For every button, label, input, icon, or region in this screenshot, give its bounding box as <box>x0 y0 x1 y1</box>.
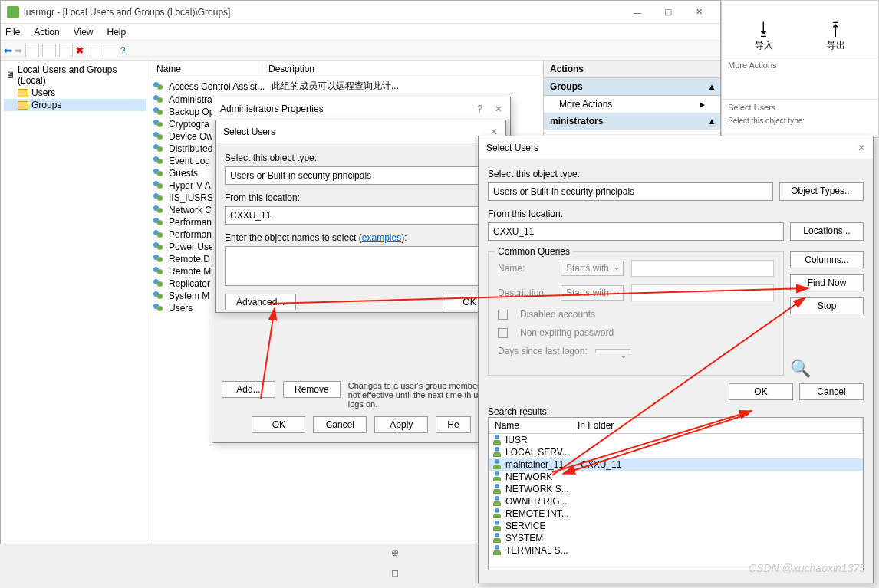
user-icon <box>492 484 502 494</box>
result-row[interactable]: OWNER RIG... <box>489 495 863 508</box>
desc-filter-input[interactable] <box>631 284 774 301</box>
location-label: From this location: <box>488 209 864 219</box>
folder-icon <box>18 101 28 110</box>
group-icon <box>153 131 166 142</box>
tree-groups[interactable]: Groups <box>4 99 146 111</box>
object-types-button[interactable]: Object Types... <box>779 182 864 201</box>
locations-button[interactable]: Locations... <box>790 222 864 241</box>
maximize-button[interactable]: ▢ <box>653 4 683 21</box>
group-icon <box>153 278 166 289</box>
col-desc[interactable]: Description <box>262 64 543 74</box>
result-row[interactable]: TERMINAL S... <box>489 544 863 557</box>
select-users-dialog-1: Select Users ✕ Select this object type: … <box>215 120 506 313</box>
result-row[interactable]: SERVICE <box>489 520 863 532</box>
toolbar-btn-2[interactable] <box>42 44 56 57</box>
days-combo[interactable] <box>595 349 630 353</box>
desc-filter-combo[interactable]: Starts with <box>561 285 624 301</box>
ok-button[interactable]: OK <box>252 416 305 433</box>
columns-button[interactable]: Columns... <box>790 251 864 268</box>
disabled-checkbox[interactable] <box>498 310 508 320</box>
find-now-button[interactable]: Find Now <box>790 274 864 291</box>
minimize-button[interactable]: — <box>622 4 653 21</box>
result-row[interactable]: maintainer_11CXXU_11 <box>489 458 863 471</box>
result-row[interactable]: IUSR <box>489 434 863 446</box>
group-icon <box>153 81 166 92</box>
user-icon <box>492 533 502 544</box>
col-name[interactable]: Name <box>150 64 262 74</box>
apply-button[interactable]: Apply <box>374 416 428 433</box>
menu-view[interactable]: View <box>74 27 94 38</box>
help-icon[interactable]: ? <box>477 103 482 114</box>
result-row[interactable]: REMOTE INT... <box>489 508 863 520</box>
bg-select-type: Select this object type: <box>722 115 878 126</box>
menu-file[interactable]: File <box>5 27 20 38</box>
actions-administrators[interactable]: ministrators▴ <box>544 113 720 130</box>
group-icon <box>153 229 166 240</box>
cancel-button[interactable]: Cancel <box>799 383 864 400</box>
desc-filter-label: Description: <box>498 287 553 298</box>
toolbar-btn-4[interactable] <box>87 44 100 57</box>
dialog-title: Select Users <box>486 143 858 153</box>
actions-groups[interactable]: Groups▴ <box>544 78 720 96</box>
window-title: lusrmgr - [Local Users and Groups (Local… <box>24 7 622 18</box>
advanced-button[interactable]: Advanced... <box>225 294 296 310</box>
disabled-label: Disabled accounts <box>520 309 595 320</box>
help-button[interactable]: He <box>436 416 470 433</box>
result-row[interactable]: NETWORK S... <box>489 483 863 495</box>
bg-more-actions[interactable]: More Actions <box>722 57 878 73</box>
actions-more[interactable]: More Actions▸ <box>544 96 720 113</box>
search-icon <box>790 359 816 376</box>
close-icon[interactable]: ✕ <box>858 143 865 153</box>
menubar: File Action View Help <box>1 24 720 41</box>
close-button[interactable]: ✕ <box>683 4 714 21</box>
group-icon <box>153 205 166 215</box>
stop-button[interactable]: Stop <box>790 297 864 314</box>
enter-names-label: Enter the object names to select (exampl… <box>225 232 496 243</box>
result-row[interactable]: NETWORK <box>489 471 863 483</box>
tree-users[interactable]: Users <box>4 87 146 99</box>
tree-root[interactable]: 🖥 Local Users and Groups (Local) <box>4 64 146 87</box>
nonexpiring-checkbox[interactable] <box>498 328 508 338</box>
import-icon[interactable]: ⭳ <box>755 19 773 39</box>
computer-icon: 🖥 <box>5 70 15 80</box>
export-icon[interactable]: ⭱ <box>827 19 845 39</box>
toolbar-btn-5[interactable] <box>104 44 117 57</box>
result-row[interactable]: LOCAL SERV... <box>489 446 863 458</box>
group-row[interactable]: Access Control Assist...此组的成员可以远程查询此计... <box>150 79 543 94</box>
help-icon[interactable]: ? <box>120 45 126 56</box>
close-icon[interactable]: ✕ <box>495 103 502 114</box>
name-filter-label: Name: <box>498 263 553 274</box>
name-filter-combo[interactable]: Starts with <box>561 261 624 276</box>
bg-select-users: Select Users <box>722 99 878 115</box>
object-type-field: Users or Built-in security principals <box>225 166 496 185</box>
remove-button[interactable]: Remove <box>283 381 341 398</box>
back-button[interactable]: ⬅ <box>4 45 12 56</box>
actions-header: Actions <box>544 61 720 78</box>
group-icon <box>153 143 166 154</box>
object-type-field: Users or Built-in security principals <box>488 182 773 201</box>
results-col-name[interactable]: Name <box>489 418 571 433</box>
toolbar: ⬅ ➡ ✖ ? <box>1 41 720 61</box>
group-icon <box>153 192 166 203</box>
results-list: Name In Folder IUSRLOCAL SERV...maintain… <box>488 417 864 570</box>
forward-button[interactable]: ➡ <box>15 45 22 56</box>
delete-icon[interactable]: ✖ <box>76 45 84 56</box>
cancel-button[interactable]: Cancel <box>313 416 367 433</box>
search-results-label: Search results: <box>488 406 864 417</box>
toolbar-btn-3[interactable] <box>59 44 73 57</box>
menu-action[interactable]: Action <box>34 27 59 38</box>
user-icon <box>492 508 502 519</box>
names-textarea[interactable] <box>225 246 496 286</box>
toolbar-btn-1[interactable] <box>25 44 39 57</box>
select-users-dialog-2: Select Users ✕ Select this object type: … <box>478 136 874 583</box>
name-filter-input[interactable] <box>631 260 774 277</box>
user-icon <box>492 545 502 556</box>
results-col-folder[interactable]: In Folder <box>571 418 863 433</box>
menu-help[interactable]: Help <box>107 27 127 38</box>
group-icon <box>153 291 166 301</box>
examples-link[interactable]: examples <box>362 232 401 243</box>
ok-button[interactable]: OK <box>729 383 793 400</box>
add-button[interactable]: Add... <box>222 381 275 398</box>
user-icon <box>492 471 502 482</box>
result-row[interactable]: SYSTEM <box>489 532 863 544</box>
